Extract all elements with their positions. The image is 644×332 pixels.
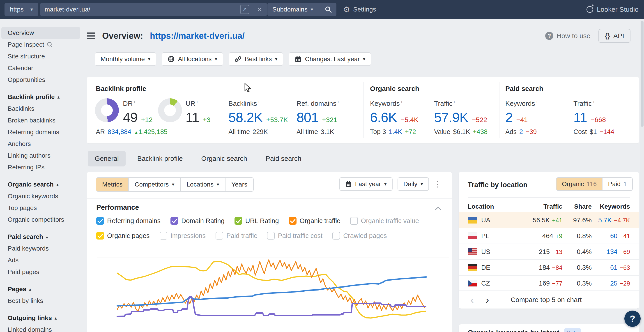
clear-icon[interactable]: ✕: [257, 6, 262, 14]
sidebar-item-anchors[interactable]: Anchors: [1, 138, 80, 150]
looker-studio-link[interactable]: Looker Studio: [586, 0, 638, 19]
links-filter-dropdown[interactable]: Best links▾: [229, 52, 284, 66]
sidebar-item-page-inspect[interactable]: Page inspect: [1, 39, 80, 50]
sidebar-item-site-structure[interactable]: Site structure: [1, 50, 80, 62]
paid-traffic-value[interactable]: 11: [574, 110, 587, 125]
ar-value[interactable]: 834,884: [108, 128, 131, 136]
metric-checkbox-organic-traffic[interactable]: Organic traffic: [289, 217, 340, 225]
sidebar-item-organic-competitors[interactable]: Organic competitors: [1, 214, 80, 226]
sidebar-section-organic-search[interactable]: Organic search▴: [1, 179, 80, 190]
url-input[interactable]: market-dveri.ua/ ↗ ✕: [40, 3, 267, 16]
settings-button[interactable]: ⚙ Settings: [343, 0, 376, 19]
sidebar-item-linked-domains[interactable]: Linked domains: [1, 324, 80, 332]
info-icon[interactable]: i: [338, 99, 339, 104]
column-location[interactable]: Location: [468, 203, 520, 210]
ref-domains-value[interactable]: 801: [296, 110, 318, 125]
compare-top5-link[interactable]: Compare top 5 on chart: [511, 296, 582, 304]
tab-organic-search[interactable]: Organic search: [194, 151, 254, 166]
keywords-link[interactable]: 5.7K: [598, 216, 612, 224]
protocol-dropdown[interactable]: https ▾: [4, 3, 38, 16]
column-keywords[interactable]: Keywords: [592, 203, 630, 210]
table-row[interactable]: DE 184−84 0.3% 61−63: [459, 260, 639, 275]
metric-checkbox-referring-domains[interactable]: Referring domains: [96, 217, 160, 225]
top3-value[interactable]: 1.4K: [389, 128, 402, 136]
date-range-dropdown[interactable]: Last year▾: [339, 177, 392, 191]
paid-toggle[interactable]: Paid1: [602, 178, 632, 190]
sidebar-item-overview[interactable]: Overview: [1, 27, 80, 39]
organic-keywords-value[interactable]: 6.6K: [370, 110, 397, 125]
metric-checkbox-impressions[interactable]: Impressions: [160, 232, 206, 240]
sidebar-item-organic-keywords[interactable]: Organic keywords: [1, 190, 80, 202]
metric-checkbox-domain-rating[interactable]: Domain Rating: [170, 217, 224, 225]
metric-checkbox-crawled-pages[interactable]: Crawled pages: [332, 232, 387, 240]
next-page-icon[interactable]: ›: [480, 294, 495, 305]
sidebar-section-backlink-profile[interactable]: Backlink profile▴: [1, 91, 80, 103]
scope-dropdown[interactable]: Subdomains ▾: [268, 6, 320, 13]
years-segment[interactable]: Years: [225, 178, 253, 191]
column-traffic[interactable]: Traffic: [520, 203, 562, 210]
paid-keywords-value[interactable]: 2: [505, 110, 512, 125]
help-button[interactable]: ?: [624, 310, 640, 327]
info-icon[interactable]: i: [134, 99, 135, 104]
sidebar-item-linking-authors[interactable]: Linking authors: [1, 150, 80, 162]
ads-value[interactable]: 2: [519, 128, 523, 136]
locations-segment[interactable]: Locations▾: [180, 178, 225, 191]
info-icon[interactable]: i: [258, 99, 259, 104]
table-row[interactable]: UA 56.5K+41 97.6% 5.7K−4.7K: [459, 212, 639, 228]
metric-checkbox-paid-traffic[interactable]: Paid traffic: [216, 232, 257, 240]
changes-filter-dropdown[interactable]: Changes: Last year▾: [289, 52, 371, 66]
performance-line-chart[interactable]: [97, 255, 449, 332]
backlinks-value[interactable]: 58.2K: [228, 110, 263, 125]
sidebar-item-paid-keywords[interactable]: Paid keywords: [1, 243, 80, 254]
prev-page-icon[interactable]: ‹: [464, 294, 480, 305]
metric-checkbox-paid-traffic-cost[interactable]: Paid traffic cost: [267, 232, 322, 240]
organic-traffic-value[interactable]: 57.9K: [434, 110, 468, 125]
table-row[interactable]: CZ 169−77 0.3% 25−29: [459, 275, 639, 291]
keywords-link[interactable]: 61: [610, 264, 618, 271]
sidebar-item-referring-ips[interactable]: Referring IPs: [1, 162, 80, 173]
sidebar-section-outgoing-links[interactable]: Outgoing links▴: [1, 312, 80, 324]
api-button[interactable]: {} API: [598, 29, 630, 43]
metric-checkbox-organic-traffic-value[interactable]: Organic traffic value: [350, 217, 419, 225]
more-options-icon[interactable]: ⋮: [434, 180, 442, 188]
metrics-segment[interactable]: Metrics: [96, 178, 128, 191]
keywords-link[interactable]: 60: [610, 232, 618, 240]
sidebar-item-backlinks[interactable]: Backlinks: [1, 103, 80, 114]
tab-paid-search[interactable]: Paid search: [259, 151, 308, 166]
granularity-dropdown[interactable]: Daily▾: [398, 177, 429, 191]
table-row[interactable]: US 215−13 0.4% 134−69: [459, 244, 639, 260]
info-icon[interactable]: i: [454, 99, 455, 104]
locations-filter-dropdown[interactable]: All locations▾: [162, 52, 223, 66]
volume-filter-dropdown[interactable]: Monthly volume▾: [95, 52, 156, 66]
column-share[interactable]: Share: [562, 203, 592, 210]
info-icon[interactable]: i: [593, 99, 594, 104]
table-row[interactable]: PL 464+9 0.8% 60−41: [459, 228, 639, 244]
sidebar-item-ads[interactable]: Ads: [1, 254, 80, 266]
target-url-link[interactable]: https://market-dveri.ua/: [150, 31, 245, 41]
metric-checkbox-url-rating[interactable]: URL Rating: [234, 217, 279, 225]
organic-toggle[interactable]: Organic116: [556, 178, 602, 190]
metric-checkbox-organic-pages[interactable]: Organic pages: [96, 232, 150, 240]
collapse-section-icon[interactable]: [435, 205, 442, 212]
sidebar-section-pages[interactable]: Pages▴: [1, 283, 80, 295]
sidebar-item-paid-pages[interactable]: Paid pages: [1, 266, 80, 278]
sidebar-item-calendar[interactable]: Calendar: [1, 62, 80, 74]
info-icon[interactable]: i: [197, 99, 198, 104]
scrollbar-thumb[interactable]: [641, 21, 644, 127]
keywords-link[interactable]: 134: [606, 248, 618, 255]
sidebar-item-opportunities[interactable]: Opportunities: [1, 74, 80, 86]
competitors-segment[interactable]: Competitors▾: [128, 178, 180, 191]
sidebar-item-best-by-links[interactable]: Best by links: [1, 295, 80, 307]
sidebar-section-paid-search[interactable]: Paid search▴: [1, 231, 80, 243]
tab-backlink-profile[interactable]: Backlink profile: [130, 151, 190, 166]
sidebar-item-referring-domains[interactable]: Referring domains: [1, 126, 80, 138]
tab-general[interactable]: General: [88, 151, 126, 166]
sidebar-item-broken-backlinks[interactable]: Broken backlinks: [1, 114, 80, 126]
how-to-use-button[interactable]: ? How to use: [545, 32, 590, 40]
menu-icon[interactable]: [87, 32, 96, 39]
page-scrollbar[interactable]: [640, 19, 644, 332]
info-icon[interactable]: i: [536, 99, 537, 104]
search-button[interactable]: [320, 3, 336, 16]
info-icon[interactable]: i: [401, 99, 402, 104]
sidebar-item-top-pages[interactable]: Top pages: [1, 202, 80, 214]
